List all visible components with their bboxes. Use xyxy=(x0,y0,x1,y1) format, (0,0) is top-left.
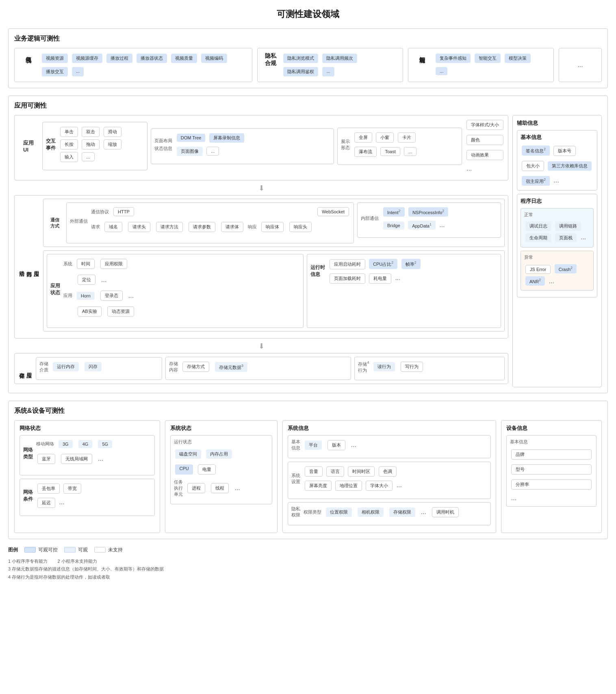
4g-tag: 4G xyxy=(78,440,93,448)
brand-tag: 品牌 xyxy=(511,449,592,460)
tag: DOM Tree xyxy=(177,134,206,142)
tag: 滑动 xyxy=(104,127,121,137)
ab-tag: AB实验 xyxy=(78,306,102,317)
display-block: 展示形态 全屏 小窗 卡片 瀑布流 Toast .. xyxy=(337,128,462,165)
location-tag: 定位 xyxy=(78,275,95,285)
thirdparty-tag: 第三方依赖库信息 xyxy=(548,161,592,171)
sup: 2 xyxy=(399,209,401,213)
runtime-state-block: 运行状态 磁盘空间 内存占用 CPU 电量 任务执行单元 进程 线程 ... xyxy=(170,435,272,504)
camera-perm-tag: 相机权限 xyxy=(358,507,384,517)
app-state-header: 应用状态 系统 时间 应用权限 xyxy=(50,258,300,321)
tag: 缩放 xyxy=(104,139,121,150)
tag: ... xyxy=(82,152,94,161)
tag: 隐私调用频次 xyxy=(322,54,357,63)
loss-tag: 丢包率 xyxy=(37,484,60,494)
legend-controllable: 可观可控 xyxy=(24,547,58,553)
tag: 响应体 xyxy=(261,222,284,232)
pagestack-tag: 页面栈 xyxy=(555,233,577,243)
tag: 单击 xyxy=(60,127,78,137)
network-type-content: 移动网络 3G 4G 5G 蓝牙 无线局域网 ... xyxy=(36,439,113,468)
dots: ... xyxy=(395,274,400,281)
app-state-label: 应用状态 xyxy=(50,282,60,296)
network-type-block: 网络类型 移动网络 3G 4G 5G 蓝牙 无线局域网 ... xyxy=(20,435,155,475)
volume-tag: 音量 xyxy=(305,466,323,477)
tone-tag: 色调 xyxy=(379,466,397,477)
flash-tag: 闪存 xyxy=(85,362,102,371)
wireless-row: 蓝牙 无线局域网 ... xyxy=(36,453,113,465)
pkg-size-tag: 包大小 xyxy=(522,161,544,171)
error-title: 异常 xyxy=(524,254,590,260)
page-title: 可测性建设领域 xyxy=(8,8,608,20)
network-title: 网络状态 xyxy=(20,425,155,432)
app-state-block: 应用状态 系统 时间 应用权限 xyxy=(47,254,304,328)
arrow-down-2: ⬇ xyxy=(14,342,508,351)
task-label: 任务执行单元 xyxy=(174,479,183,497)
sup: 2 xyxy=(544,147,546,151)
3g-tag: 3G xyxy=(59,440,73,448)
power-tag: 耗电量 xyxy=(369,273,391,284)
sup: 2 xyxy=(391,260,393,265)
location-perm-tag: 位置权限 xyxy=(326,507,352,517)
tag: 复杂事件感知 xyxy=(436,54,471,63)
dots: ... xyxy=(511,494,592,502)
status-info-label: 状态信息 xyxy=(154,145,172,152)
legend-text-observable: 可观 xyxy=(78,547,88,553)
legend-box-observable xyxy=(64,547,76,553)
delay-tag: 延迟 xyxy=(37,498,55,508)
interaction-tags: 单击 双击 滑动 长按 拖动 缩放 输入 ... xyxy=(59,126,144,163)
tag: 播放交互 xyxy=(42,67,68,76)
bandwidth-tag: 带宽 xyxy=(63,484,81,494)
ui-row: 应用UI 交互事件 单击 双击 滑动 长按 拖动 缩放 xyxy=(18,119,505,174)
intent-tag: Intent2 xyxy=(383,207,405,217)
anr-tag: ANR2 xyxy=(525,276,545,286)
tag: 模型决策 xyxy=(505,54,531,63)
app-ui-label: 应用UI xyxy=(18,139,39,153)
tag: 小窗 xyxy=(376,132,394,143)
legend: 图例 可观可控 可观 未支持 xyxy=(8,547,608,553)
protocol-label: 通信协议 xyxy=(91,209,109,215)
display-row: 展示形态 全屏 小窗 卡片 瀑布流 Toast .. xyxy=(341,131,458,158)
normal-block: 正常 调试日志 调用链路 生命周期 页面栈 ... xyxy=(521,208,594,247)
pageload-tag: 页面加载耗时 xyxy=(330,273,365,284)
meta-tag: 存储元数据3 xyxy=(215,362,247,372)
tag: 响应头 xyxy=(289,222,312,232)
runtime-label: 运行时信息 xyxy=(310,264,325,278)
inner-activities-block: 应用内部活动 通信方式 外部通信 xyxy=(14,195,508,338)
network-cond-row: 网络条件 丢包率 带宽 延迟 ... xyxy=(23,482,151,509)
sys-section-title: 系统&设备可测性 xyxy=(14,407,602,415)
biz-card-privacy: 隐私合规 隐私浏览模式 隐私调用频次 隐私调用鉴权 ... xyxy=(257,48,403,82)
geo-tag: 地理位置 xyxy=(335,481,362,491)
outer-comm-inner: 外部通信 通信协议 HTTP WebSocket xyxy=(66,202,354,243)
tag: 双击 xyxy=(82,127,100,137)
device-basic-title: 基本信息 xyxy=(510,439,593,445)
read-tag: 读行为 xyxy=(373,362,395,371)
appdata-tag: AppData1 xyxy=(408,221,436,230)
network-type-row: 网络类型 移动网络 3G 4G 5G 蓝牙 无线局域网 ... xyxy=(23,439,151,468)
sys-basic-row: 基本信息 平台 版本 ... xyxy=(291,439,487,451)
content-row: 存储内容 存储方式 存储元数据3 xyxy=(169,360,347,373)
http-tag: HTTP xyxy=(113,207,134,216)
aux-basic-block: 基本信息 签名信息2 版本号 包大小 第三方依赖库信息 宿主应用2 ... xyxy=(517,130,597,191)
dots: ... xyxy=(577,61,583,69)
fontsize-sys-tag: 字体大小 xyxy=(366,481,393,491)
biz-card-video: 视频化 视频资源 视频源缓存 播放过程 播放器状态 视频质量 视频编码 播放交互… xyxy=(14,48,252,82)
tag: ... xyxy=(436,67,447,75)
sup: 2 xyxy=(414,260,416,265)
inner-activities-row: 应用内部活动 通信方式 外部通信 xyxy=(18,199,505,335)
color-tag: 颜色 xyxy=(466,135,503,145)
app-label: 应用 xyxy=(63,293,72,299)
footnote-2: 3 存储元数据指存储的描述信息（如存储时间、大小、有效期等）和存储的数据 xyxy=(8,565,608,573)
behavior-label: 存储4行为 xyxy=(358,360,369,373)
tag: 请求体 xyxy=(221,222,243,232)
medium-label: 存储介质 xyxy=(39,361,48,373)
privacy-perm-label: 隐私权限 xyxy=(291,506,300,518)
outer-comm-block: 外部通信 通信协议 HTTP WebSocket xyxy=(66,202,354,243)
tag: 视频质量 xyxy=(171,54,197,63)
permission-tag: 应用权限 xyxy=(100,259,127,269)
device-info-card: 设备信息 基本信息 品牌 型号 分辨率 ... xyxy=(501,420,602,533)
process-tag: 进程 xyxy=(187,483,205,493)
dots: ... xyxy=(98,455,103,462)
inner-comm-inner: 内部通信 Intent2 NSProcessInfo2 xyxy=(357,202,501,238)
aux-panel: 辅助信息 基本信息 签名信息2 版本号 包大小 第三方依赖库信息 宿主应用2 .… xyxy=(512,115,602,387)
mobile-label: 移动网络 xyxy=(36,441,54,447)
